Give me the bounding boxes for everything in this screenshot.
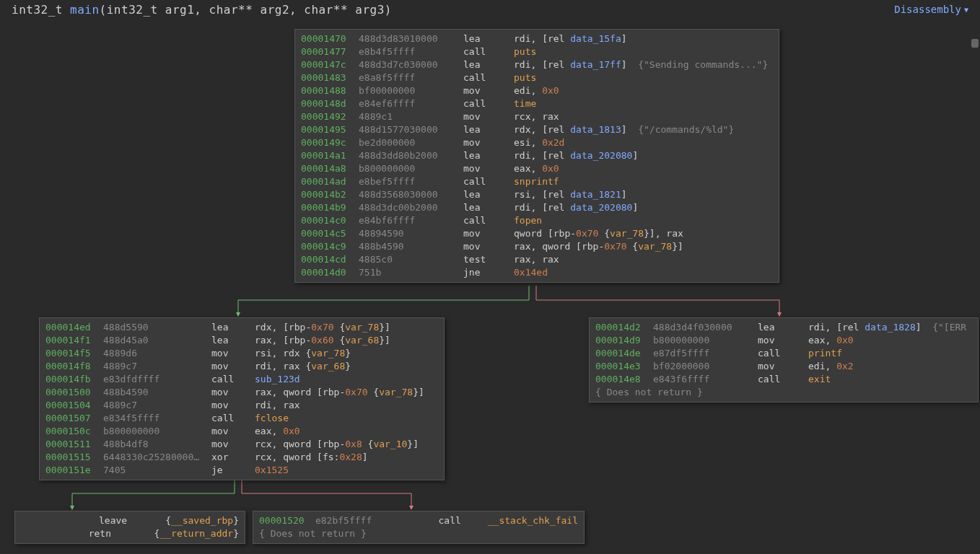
instruction-row[interactable]: 000014d2488d3d4f030000leardi, [rel data_… xyxy=(595,321,972,334)
instruction-row[interactable]: 0000147c488d3d7c030000leardi, [rel data_… xyxy=(301,58,773,71)
instruction-row[interactable]: 000014a8b800000000moveax, 0x0 xyxy=(301,162,773,175)
basic-block-left[interactable]: 000014ed488d5590leardx, [rbp-0x70 {var_7… xyxy=(39,317,445,480)
instruction-row[interactable]: 00001483e8a8f5ffffcallputs xyxy=(301,71,773,84)
no-return-note: { Does not return } xyxy=(595,386,703,399)
instruction-row[interactable]: retn {__return_addr} xyxy=(21,527,239,540)
instruction-row[interactable]: 00001507e834f5ffffcallfclose xyxy=(45,412,438,425)
instruction-row[interactable]: 0000148de84ef6ffffcalltime xyxy=(301,97,773,110)
instruction-row[interactable]: 000014a1488d3dd80b2000leardi, [rel data_… xyxy=(301,149,773,162)
function-args: (int32_t arg1, char** arg2, char** arg3) xyxy=(100,3,392,17)
instruction-row[interactable]: 000014b2488d3568030000learsi, [rel data_… xyxy=(301,188,773,201)
instruction-row[interactable]: 000014fbe83dfdffffcallsub_123d xyxy=(45,373,438,386)
instruction-row[interactable]: 00001477e8b4f5ffffcallputs xyxy=(301,45,773,58)
instruction-row[interactable]: 000014ed488d5590leardx, [rbp-0x70 {var_7… xyxy=(45,321,438,334)
basic-block-right[interactable]: 000014d2488d3d4f030000leardi, [rel data_… xyxy=(589,317,979,403)
instruction-row[interactable]: 00001470488d3d83010000leardi, [rel data_… xyxy=(301,32,773,45)
instruction-row[interactable]: 000014f54889d6movrsi, rdx {var_78} xyxy=(45,347,438,360)
instruction-row[interactable]: 000014e8e843f6ffffcallexit xyxy=(595,373,972,386)
instruction-row[interactable]: 000015044889c7movrdi, rax xyxy=(45,399,438,412)
instruction-row[interactable]: 000014e3bf02000000movedi, 0x2 xyxy=(595,360,972,373)
instruction-row[interactable]: 0000151e7405je0x1525 xyxy=(45,464,438,477)
instruction-row[interactable]: 000014cd4885c0testrax, rax xyxy=(301,253,773,266)
instruction-row[interactable]: 0000149cbe2d000000movesi, 0x2d xyxy=(301,136,773,149)
graph-canvas[interactable]: 00001470488d3d83010000leardi, [rel data_… xyxy=(0,19,980,554)
instruction-row[interactable]: 000014f84889c7movrdi, rax {var_68} xyxy=(45,360,438,373)
instruction-row[interactable]: 00001511488b4df8movrcx, qword [rbp-0x8 {… xyxy=(45,438,438,451)
basic-block-bottom-right[interactable]: 00001520e82bf5ffffcall__stack_chk_fail{ … xyxy=(253,511,585,544)
function-header: int32_t main(int32_t arg1, char** arg2, … xyxy=(0,0,980,19)
function-name[interactable]: main xyxy=(70,3,100,17)
view-mode-selector[interactable]: Disassembly ▼ xyxy=(894,4,968,15)
instruction-row[interactable]: 000014d0751bjne0x14ed xyxy=(301,266,773,279)
basic-block-bottom-left[interactable]: leave {__saved_rbp}retn {__return_addr} xyxy=(14,511,245,544)
instruction-row[interactable]: 00001500488b4590movrax, qword [rbp-0x70 … xyxy=(45,386,438,399)
instruction-row[interactable]: 00001520e82bf5ffffcall__stack_chk_fail xyxy=(259,514,578,527)
return-type: int32_t xyxy=(12,3,70,17)
instruction-row[interactable]: 000014c548894590movqword [rbp-0x70 {var_… xyxy=(301,227,773,240)
function-signature: int32_t main(int32_t arg1, char** arg2, … xyxy=(12,3,392,17)
basic-block-main[interactable]: 00001470488d3d83010000leardi, [rel data_… xyxy=(294,29,779,283)
instruction-row[interactable]: 00001495488d1577030000leardx, [rel data_… xyxy=(301,123,773,136)
instruction-row[interactable]: 000015156448330c25280000…xorrcx, qword [… xyxy=(45,451,438,464)
instruction-row[interactable]: 000014dee87df5ffffcallprintf xyxy=(595,347,972,360)
instruction-row[interactable]: 000014ade8bef5ffffcallsnprintf xyxy=(301,175,773,188)
instruction-row[interactable]: 000014d9b800000000moveax, 0x0 xyxy=(595,334,972,347)
instruction-row[interactable]: leave {__saved_rbp} xyxy=(21,514,239,527)
instruction-row[interactable]: 000014c9488b4590movrax, qword [rbp-0x70 … xyxy=(301,240,773,253)
instruction-row[interactable]: 00001488bf00000000movedi, 0x0 xyxy=(301,84,773,97)
instruction-row[interactable]: 000014f1488d45a0learax, [rbp-0x60 {var_6… xyxy=(45,334,438,347)
instruction-row[interactable]: 000014b9488d3dc00b2000leardi, [rel data_… xyxy=(301,201,773,214)
instruction-row[interactable]: 000014924889c1movrcx, rax xyxy=(301,110,773,123)
instruction-row[interactable]: 000014c0e84bf6ffffcallfopen xyxy=(301,214,773,227)
instruction-row[interactable]: 0000150cb800000000moveax, 0x0 xyxy=(45,425,438,438)
view-mode-label: Disassembly xyxy=(894,4,961,15)
chevron-down-icon: ▼ xyxy=(964,6,968,14)
no-return-note: { Does not return } xyxy=(259,527,367,540)
scrollbar[interactable] xyxy=(971,39,979,48)
